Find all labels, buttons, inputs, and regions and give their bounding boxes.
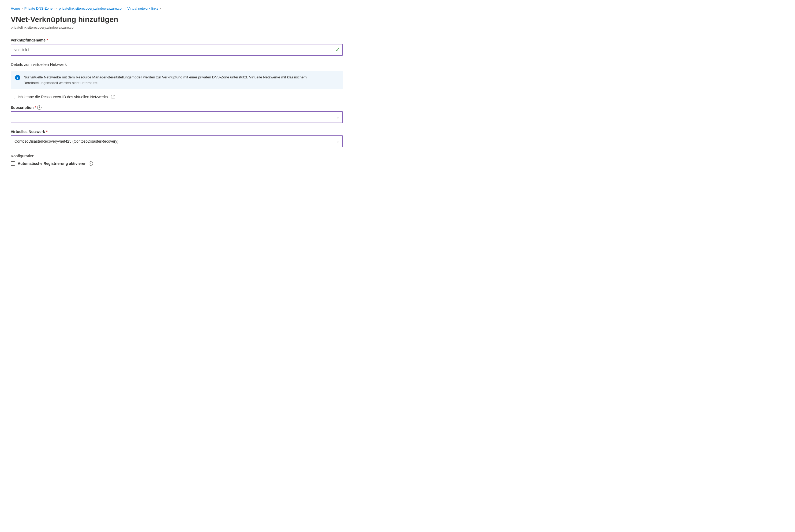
subscription-dropdown[interactable] xyxy=(11,111,343,123)
config-label: Konfiguration xyxy=(11,154,343,158)
subscription-info-icon[interactable]: i xyxy=(37,106,41,110)
virtual-network-label: Virtuelles Netzwerk * xyxy=(11,130,343,134)
resource-id-row: Ich kenne die Ressourcen-ID des virtuell… xyxy=(11,95,343,99)
config-group: Konfiguration Automatische Registrierung… xyxy=(11,154,343,166)
breadcrumb-home[interactable]: Home xyxy=(11,6,20,11)
virtual-network-dropdown-wrapper: ContosoDisasterRecoveryvnet425 (ContosoD… xyxy=(11,135,343,147)
page-title: VNet-Verknüpfung hinzufügen xyxy=(11,15,784,24)
link-name-input[interactable] xyxy=(11,44,343,56)
virtual-network-dropdown[interactable]: ContosoDisasterRecoveryvnet425 (ContosoD… xyxy=(11,135,343,147)
breadcrumb-sep-1: › xyxy=(22,7,23,11)
breadcrumb-dns[interactable]: Private DNS-Zonen xyxy=(24,6,55,11)
info-box: i Nur virtuelle Netzwerke mit dem Resour… xyxy=(11,71,343,89)
page-subtitle: privatelink.siterecovery.windowsazure.co… xyxy=(11,25,784,30)
link-name-label: Verknüpfungsname * xyxy=(11,38,343,42)
info-box-text: Nur virtuelle Netzwerke mit dem Resource… xyxy=(23,75,339,86)
virtual-network-required: * xyxy=(46,130,48,134)
link-name-group: Verknüpfungsname * ✓ xyxy=(11,38,343,56)
auto-register-label: Automatische Registrierung aktivieren i xyxy=(18,162,93,166)
subscription-required: * xyxy=(35,106,36,110)
vnet-details-label: Details zum virtuellen Netzwerk xyxy=(11,62,343,66)
info-box-icon: i xyxy=(15,75,20,80)
resource-id-checkbox[interactable] xyxy=(11,95,15,99)
auto-register-info-icon[interactable]: i xyxy=(89,162,93,166)
breadcrumb-sep-3: › xyxy=(160,7,161,11)
breadcrumb-current: privatelink.siterecovery.windowsazure.co… xyxy=(59,6,158,11)
auto-register-row: Automatische Registrierung aktivieren i xyxy=(11,162,343,166)
breadcrumb-sep-2: › xyxy=(56,7,57,11)
check-icon: ✓ xyxy=(336,47,340,53)
subscription-label: Subscription * i xyxy=(11,106,343,110)
form-section: Verknüpfungsname * ✓ Details zum virtuel… xyxy=(11,38,343,166)
resource-id-info-icon[interactable]: i xyxy=(111,95,115,99)
vnet-details-group: Details zum virtuellen Netzwerk i Nur vi… xyxy=(11,62,343,99)
link-name-input-wrapper: ✓ xyxy=(11,44,343,56)
subscription-dropdown-wrapper: ⌄ xyxy=(11,111,343,123)
link-name-required: * xyxy=(47,38,48,42)
breadcrumb: Home › Private DNS-Zonen › privatelink.s… xyxy=(11,6,784,11)
resource-id-label: Ich kenne die Ressourcen-ID des virtuell… xyxy=(18,95,115,99)
virtual-network-group: Virtuelles Netzwerk * ContosoDisasterRec… xyxy=(11,130,343,147)
auto-register-checkbox[interactable] xyxy=(11,162,15,166)
subscription-group: Subscription * i ⌄ xyxy=(11,106,343,123)
